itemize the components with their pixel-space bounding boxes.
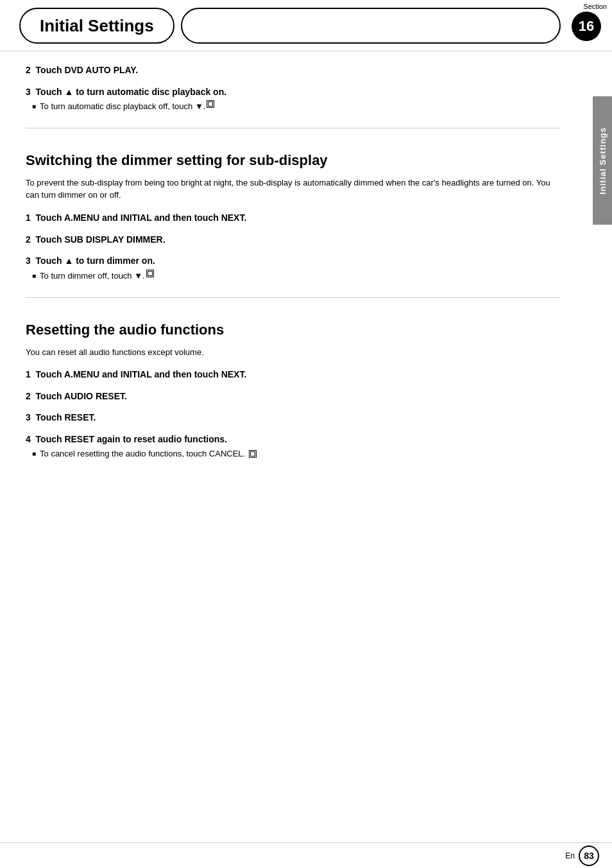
small-square-icon-2: [146, 270, 154, 277]
small-square-icon-3: [249, 450, 257, 458]
step-audio-3-num: 3: [26, 412, 31, 422]
header-right-tab: [181, 8, 561, 44]
step-item-dimmer-1: 1 Touch A.MENU and INITIAL and then touc…: [26, 212, 561, 225]
step-audio-3-text: 3 Touch RESET.: [26, 412, 96, 422]
step-dvd-3-num: 3: [26, 87, 31, 97]
step-dimmer-2-text: 2 Touch SUB DISPLAY DIMMER.: [26, 234, 166, 245]
step-audio-2-text: 2 Touch AUDIO RESET.: [26, 391, 127, 401]
step-dvd-2-text: 2 Touch DVD AUTO PLAY.: [26, 65, 138, 75]
step-item-audio-4: 4 Touch RESET again to reset audio funct…: [26, 433, 561, 460]
section-number: 16: [572, 12, 601, 41]
section-dimmer-heading: Switching the dimmer setting for sub-dis…: [26, 152, 561, 170]
step-audio-1-num: 1: [26, 369, 31, 379]
step-dvd-3-text: 3 Touch ▲ to turn automatic disc playbac…: [26, 87, 226, 97]
section-label: Section: [561, 3, 612, 10]
section-audio-heading: Resetting the audio functions: [26, 321, 561, 340]
step-item-dvd-3: 3 Touch ▲ to turn automatic disc playbac…: [26, 86, 561, 113]
step-dimmer-2-num: 2: [26, 234, 31, 245]
step-dimmer-3-text: 3 Touch ▲ to turn dimmer on.: [26, 256, 155, 266]
step-item-audio-3: 3 Touch RESET.: [26, 412, 561, 424]
step-audio-4-bullet-text: To cancel resetting the audio functions,…: [40, 448, 257, 460]
bottom-bar: En 83: [0, 842, 612, 868]
step-item-dimmer-3: 3 Touch ▲ to turn dimmer on. To turn dim…: [26, 255, 561, 282]
step-audio-2-num: 2: [26, 391, 31, 401]
page-num-label: En: [565, 851, 575, 860]
step-item-audio-2: 2 Touch AUDIO RESET.: [26, 390, 561, 403]
page-container: Initial Settings Section 16 Initial Sett…: [0, 0, 612, 868]
step-item-dvd-2: 2 Touch DVD AUTO PLAY.: [26, 64, 561, 77]
step-dimmer-3-num: 3: [26, 256, 31, 266]
step-dimmer-1-num: 1: [26, 213, 31, 223]
step-item-audio-1: 1 Touch A.MENU and INITIAL and then touc…: [26, 369, 561, 381]
step-item-dimmer-2: 2 Touch SUB DISPLAY DIMMER.: [26, 234, 561, 247]
step-dvd-3-bullet: To turn automatic disc playback off, tou…: [32, 101, 561, 112]
title-tab: Initial Settings: [19, 8, 174, 44]
step-audio-4-text: 4 Touch RESET again to reset audio funct…: [26, 434, 227, 444]
section-badge: Section 16: [561, 0, 612, 41]
page-number-circle: 83: [579, 846, 599, 866]
section-audio-desc: You can reset all audio functions except…: [26, 346, 561, 359]
step-audio-4-bullet: To cancel resetting the audio functions,…: [32, 448, 561, 460]
page-num-area: En 83: [565, 846, 599, 866]
step-dimmer-3-bullet: To turn dimmer off, touch ▼.: [32, 270, 561, 282]
page-title: Initial Settings: [40, 16, 154, 36]
main-content: 2 Touch DVD AUTO PLAY. 3 Touch ▲ to turn…: [0, 51, 612, 482]
header-area: Initial Settings Section 16: [0, 0, 612, 51]
step-audio-1-text: 1 Touch A.MENU and INITIAL and then touc…: [26, 369, 246, 379]
small-square-icon-1: [207, 100, 214, 108]
step-dimmer-1-text: 1 Touch A.MENU and INITIAL and then touc…: [26, 213, 246, 223]
step-dvd-2-num: 2: [26, 65, 31, 75]
divider-2: [26, 297, 561, 298]
divider-1: [26, 128, 561, 128]
section-dimmer-desc: To prevent the sub-display from being to…: [26, 177, 561, 202]
step-audio-4-num: 4: [26, 434, 31, 444]
